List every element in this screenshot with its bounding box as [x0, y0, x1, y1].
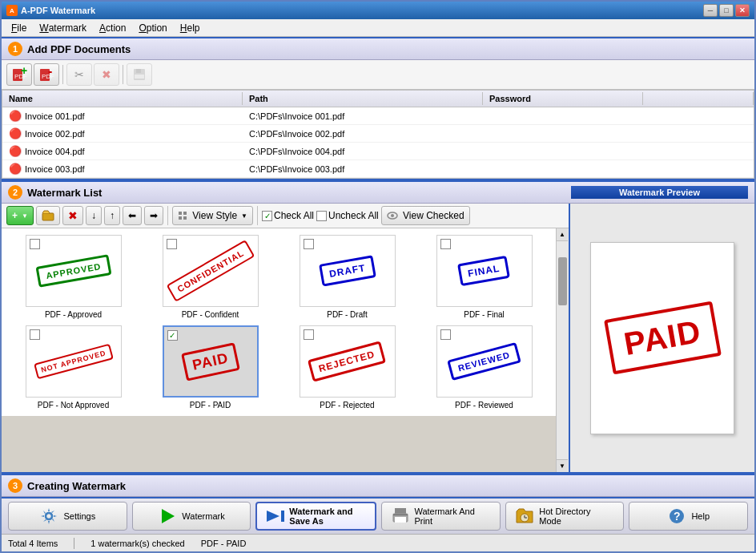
- section2-number: 2: [8, 185, 22, 200]
- file-list: Name Path Password 🔴Invoice 001.pdf C:\P…: [2, 90, 754, 179]
- list-item[interactable]: Confidential PDF - Confident: [145, 235, 275, 319]
- svg-point-17: [46, 513, 52, 519]
- watermark-save-as-button[interactable]: Watermark and Save As: [255, 502, 376, 531]
- file-extra-4: [643, 161, 754, 176]
- watermark-confidential-preview[interactable]: Confidential: [163, 235, 259, 307]
- add-watermark-button[interactable]: +: [6, 206, 34, 225]
- preview-header-tab: Watermark Preview: [571, 186, 748, 199]
- menu-watermark[interactable]: Watermark: [33, 19, 93, 36]
- file-name-2: 🔴Invoice 002.pdf: [2, 126, 243, 141]
- list-item[interactable]: Reviewed PDF - Reviewed: [419, 325, 549, 410]
- svg-text:-: -: [48, 67, 52, 78]
- scrollbar[interactable]: ▲ ▼: [556, 228, 569, 472]
- rejected-stamp: Rejected: [308, 341, 386, 381]
- add-pdf-button[interactable]: PDF+: [6, 63, 32, 86]
- menu-action[interactable]: Action: [93, 19, 132, 36]
- wm-checkbox-rejected[interactable]: [304, 329, 314, 340]
- section2: 2 Watermark List Watermark Preview + ✖ ↓: [2, 180, 754, 474]
- table-row[interactable]: 🔴Invoice 002.pdf C:\PDFs\Invoice 002.pdf: [2, 125, 754, 143]
- settings-label: Settings: [63, 511, 95, 521]
- watermark-rejected-preview[interactable]: Rejected: [300, 325, 396, 398]
- hot-directory-label: Hot Directory Mode: [539, 507, 613, 526]
- watermark-draft-preview[interactable]: Draft: [300, 235, 396, 307]
- watermark-button[interactable]: Watermark: [132, 502, 251, 531]
- maximize-button[interactable]: □: [719, 4, 734, 17]
- file-list-header: Name Path Password: [2, 91, 754, 107]
- watermark-scroll-area: Approved PDF - Approved Confidential: [2, 228, 569, 472]
- table-row[interactable]: 🔴Invoice 001.pdf C:\PDFs\Invoice 001.pdf: [2, 107, 754, 125]
- view-style-button[interactable]: View Style: [172, 206, 253, 225]
- import-button[interactable]: ⬅: [123, 206, 142, 225]
- svg-text:+: +: [21, 67, 27, 77]
- list-item[interactable]: PAID PDF - PAID: [145, 325, 275, 410]
- approved-label: PDF - Approved: [45, 310, 102, 319]
- table-row[interactable]: 🔴Invoice 003.pdf C:\PDFs\Invoice 003.pdf: [2, 160, 754, 178]
- status-bar: Total 4 Items 1 watermark(s) checked PDF…: [2, 534, 754, 551]
- view-checked-button[interactable]: View Checked: [381, 206, 470, 225]
- scroll-thumb[interactable]: [558, 257, 567, 305]
- list-item[interactable]: NOT APPROVED PDF - Not Approved: [8, 325, 139, 410]
- watermark-paid-preview[interactable]: PAID: [163, 325, 259, 398]
- pdf-icon-1: 🔴: [9, 110, 22, 122]
- notapproved-stamp: NOT APPROVED: [34, 344, 114, 380]
- help-button[interactable]: ? Help: [629, 502, 748, 531]
- uncheck-all-checkbox[interactable]: [316, 211, 327, 221]
- move-up-button[interactable]: ↑: [104, 206, 120, 225]
- check-all-checkbox[interactable]: [262, 211, 272, 221]
- scroll-down-button[interactable]: ▼: [557, 459, 568, 472]
- section1-title: Add PDF Documents: [27, 43, 131, 55]
- watermark-final-preview[interactable]: Final: [436, 235, 533, 307]
- wm-checkbox-final[interactable]: [440, 239, 451, 249]
- move-down-button[interactable]: ↓: [86, 206, 102, 225]
- col-path: Path: [243, 92, 483, 105]
- svg-rect-23: [395, 517, 406, 523]
- status-total-items: Total 4 Items: [8, 539, 58, 548]
- confidential-stamp: Confidential: [166, 240, 255, 302]
- export-button[interactable]: ➡: [144, 206, 163, 225]
- wm-checkbox-reviewed[interactable]: [440, 329, 451, 340]
- file-path-3: C:\PDFs\Invoice 004.pdf: [243, 143, 483, 159]
- uncheck-all-label[interactable]: Uncheck All: [328, 210, 379, 221]
- final-label: PDF - Final: [464, 310, 505, 319]
- wm-checkbox-notapproved[interactable]: [30, 329, 40, 340]
- delete-watermark-button[interactable]: ✖: [62, 206, 83, 225]
- watermark-approved-preview[interactable]: Approved: [26, 235, 122, 307]
- title-controls: ─ □ ✕: [703, 4, 750, 17]
- file-pass-1: [483, 108, 643, 123]
- wm-checkbox-paid[interactable]: [167, 330, 178, 341]
- wm-checkbox-approved[interactable]: [30, 239, 40, 249]
- check-all-label[interactable]: Check All: [274, 210, 314, 221]
- open-watermark-button[interactable]: [36, 206, 60, 225]
- list-item[interactable]: Approved PDF - Approved: [8, 235, 139, 319]
- list-item[interactable]: Final PDF - Final: [419, 235, 549, 319]
- menu-option[interactable]: Option: [132, 19, 173, 36]
- draft-stamp: Draft: [319, 255, 376, 286]
- col-name: Name: [2, 92, 243, 105]
- section3-number: 3: [8, 478, 22, 493]
- wm-checkbox-confidential[interactable]: [167, 239, 177, 249]
- watermark-reviewed-preview[interactable]: Reviewed: [436, 325, 533, 398]
- menu-file[interactable]: File: [5, 19, 33, 36]
- watermark-print-button[interactable]: Watermark And Print: [381, 502, 501, 531]
- pdf-icon-4: 🔴: [9, 163, 22, 175]
- svg-marker-18: [162, 509, 175, 523]
- section3-header: 3 Creating Watermark: [2, 474, 754, 497]
- remove-pdf-button[interactable]: PDF-: [34, 63, 59, 86]
- menu-help[interactable]: Help: [174, 19, 207, 36]
- svg-marker-19: [267, 511, 279, 522]
- wm-checkbox-draft[interactable]: [304, 239, 314, 249]
- scroll-up-button[interactable]: ▲: [557, 228, 568, 241]
- approved-stamp: Approved: [35, 254, 111, 288]
- hot-directory-button[interactable]: Hot Directory Mode: [505, 502, 625, 531]
- bottom-toolbar: Settings Watermark Watermark and Save As: [2, 497, 754, 534]
- settings-button[interactable]: Settings: [8, 502, 127, 531]
- list-item[interactable]: Draft PDF - Draft: [282, 235, 412, 319]
- section2-header: 2 Watermark List Watermark Preview: [2, 180, 754, 204]
- watermark-notapproved-preview[interactable]: NOT APPROVED: [26, 325, 122, 398]
- list-item[interactable]: Rejected PDF - Rejected: [282, 325, 412, 410]
- svg-rect-9: [42, 213, 54, 220]
- section1-toolbar: PDF+ PDF- ✂ ✖: [2, 60, 754, 90]
- table-row[interactable]: 🔴Invoice 004.pdf C:\PDFs\Invoice 004.pdf: [2, 143, 754, 160]
- close-button[interactable]: ✕: [735, 4, 750, 17]
- minimize-button[interactable]: ─: [703, 4, 718, 17]
